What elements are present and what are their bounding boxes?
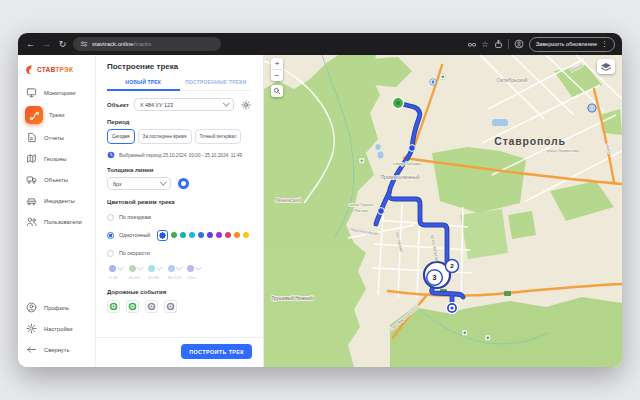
build-track-button[interactable]: ПОСТРОИТЬ ТРЕК (181, 344, 252, 359)
reload-button[interactable]: ↻ (57, 40, 68, 49)
brand-logo[interactable]: СТАВТРЭК (18, 60, 95, 82)
panel-footer: ПОСТРОИТЬ ТРЕК (96, 337, 263, 359)
tab-built-tracks[interactable]: ПОСТРОЕННЫЕ ТРЕКИ (180, 76, 253, 90)
color-swatch[interactable] (234, 232, 241, 239)
truck-icon (25, 173, 38, 186)
color-swatch[interactable] (207, 232, 214, 239)
search-icon (273, 87, 281, 95)
color-swatch-row (157, 230, 249, 241)
map-container: 2 3 Ставрополь Октябрьский Промышленный … (264, 55, 622, 367)
map-search-button[interactable] (271, 85, 283, 97)
object-value: Х 484 УУ 123 (140, 102, 173, 108)
speed-range-item[interactable]: 0-40 (109, 265, 123, 280)
address-bar[interactable]: stavtrack.online/tracks (73, 37, 221, 51)
map-layers-button[interactable] (597, 59, 615, 74)
color-mode-speed-row: По скорости (107, 247, 252, 259)
zoom-in-button[interactable]: + (271, 58, 283, 70)
track-end-marker[interactable] (446, 302, 457, 313)
install-app-icon[interactable] (494, 39, 503, 49)
road-event-toggle[interactable] (164, 300, 177, 313)
district-label: Октябрьский (497, 77, 528, 83)
sidebar-item-settings[interactable]: Настройки (18, 318, 95, 339)
map-canvas[interactable]: 2 3 Ставрополь Октябрьский Промышленный … (264, 55, 622, 367)
place-label: Грушевый Нижний (271, 295, 313, 301)
zoom-out-button[interactable]: − (271, 70, 283, 81)
browser-menu-icon[interactable]: ⋮ (601, 40, 608, 48)
profile-icon (25, 301, 38, 314)
color-swatch[interactable] (189, 232, 196, 239)
speed-range-item[interactable]: 90-120 (168, 265, 182, 280)
profile-avatar-icon[interactable] (514, 39, 524, 49)
brand-name: СТАВТРЭК (37, 66, 73, 73)
radio-by-trips[interactable] (107, 214, 114, 221)
browser-toolbar: ← → ↻ stavtrack.online/tracks ☆ Завершит… (18, 33, 622, 55)
track-builder-panel: Построение трека НОВЫЙ ТРЕК ПОСТРОЕННЫЕ … (96, 55, 264, 367)
color-swatch[interactable] (180, 232, 187, 239)
report-icon (25, 131, 38, 144)
track-color-preview[interactable] (178, 178, 189, 189)
period-today-button[interactable]: Сегодня (107, 129, 135, 144)
period-label: Период (107, 119, 252, 125)
map-zoom-control: + − (271, 58, 283, 81)
radio-by-speed[interactable] (107, 250, 114, 257)
arrow-left-icon (25, 343, 38, 356)
color-swatch[interactable] (171, 232, 178, 239)
finish-update-button[interactable]: Завершить обновление⋮ (529, 37, 615, 52)
radio-solid[interactable] (107, 232, 114, 239)
sidebar-item-reports[interactable]: Отчеты (18, 127, 95, 148)
object-select[interactable]: Х 484 УУ 123 (134, 98, 234, 111)
page-title: Построение трека (107, 62, 252, 71)
district-label: Ленинский (275, 197, 301, 203)
speed-range-item[interactable]: 120+ (187, 265, 201, 280)
sidebar: СТАВТРЭК Мониторинг Треки Отчеты Геозоны… (18, 55, 96, 367)
route-icon (25, 106, 43, 124)
sidebar-item-monitoring[interactable]: Мониторинг (18, 82, 95, 103)
line-thickness-label: Толщина линии (107, 167, 252, 173)
map-icon (25, 152, 38, 165)
thickness-value: 6px (113, 181, 122, 187)
chevron-down-icon (160, 179, 166, 185)
sidebar-item-collapse[interactable]: Свернуть (18, 339, 95, 360)
speed-range-item[interactable]: 40-60 (129, 265, 143, 280)
monitor-icon (25, 86, 38, 99)
sidebar-item-profile[interactable]: Профиль (18, 297, 95, 318)
color-swatch[interactable] (198, 232, 205, 239)
color-swatch[interactable] (216, 232, 223, 239)
cluster-count-small: 2 (450, 262, 454, 269)
period-recent-button[interactable]: За последнее время (138, 129, 192, 144)
history-clock-icon (107, 151, 115, 159)
city-label: Ставрополь (494, 135, 565, 147)
toolbar-right-icons: ☆ Завершить обновление⋮ (467, 37, 616, 52)
color-swatch[interactable] (243, 232, 250, 239)
road-event-toggle[interactable] (126, 300, 139, 313)
back-button[interactable]: ← (25, 40, 36, 49)
road-event-toggle[interactable] (145, 300, 158, 313)
track-node-dot[interactable] (409, 145, 416, 152)
glasses-icon[interactable] (467, 40, 477, 49)
color-swatch[interactable] (157, 230, 168, 241)
tab-new-track[interactable]: НОВЫЙ ТРЕК (107, 76, 180, 91)
speed-range-item[interactable]: 60-90 (148, 265, 162, 280)
color-mode-trips-row: По поездкам (107, 211, 252, 223)
track-node-dot[interactable] (378, 208, 385, 215)
browser-window: ← → ↻ stavtrack.online/tracks ☆ Завершит… (18, 33, 622, 367)
sidebar-item-objects[interactable]: Объекты (18, 169, 95, 190)
bookmark-star-icon[interactable]: ☆ (482, 40, 489, 49)
sidebar-item-incidents[interactable]: Инциденты (18, 190, 95, 211)
panel-tabs: НОВЫЙ ТРЕК ПОСТРОЕННЫЕ ТРЕКИ (107, 76, 252, 91)
period-buttons: Сегодня За последнее время Точный интерв… (107, 129, 252, 144)
cluster-count-big: 3 (433, 274, 437, 281)
road-event-toggle[interactable] (107, 300, 120, 313)
sidebar-item-users[interactable]: Пользователи (18, 211, 95, 232)
object-settings-button[interactable] (239, 98, 252, 111)
period-exact-button[interactable]: Точный интервал (195, 129, 242, 144)
url-text: stavtrack.online/tracks (92, 41, 151, 47)
district-label: Промышленный (380, 174, 419, 180)
color-swatch[interactable] (225, 232, 232, 239)
sidebar-item-geozones[interactable]: Геозоны (18, 148, 95, 169)
thickness-select[interactable]: 6px (107, 177, 171, 190)
color-mode-solid-row: Однотонный (107, 229, 252, 241)
forward-button[interactable]: → (41, 40, 52, 49)
sidebar-item-tracks[interactable]: Треки (18, 103, 95, 127)
track-start-marker[interactable] (392, 97, 403, 108)
